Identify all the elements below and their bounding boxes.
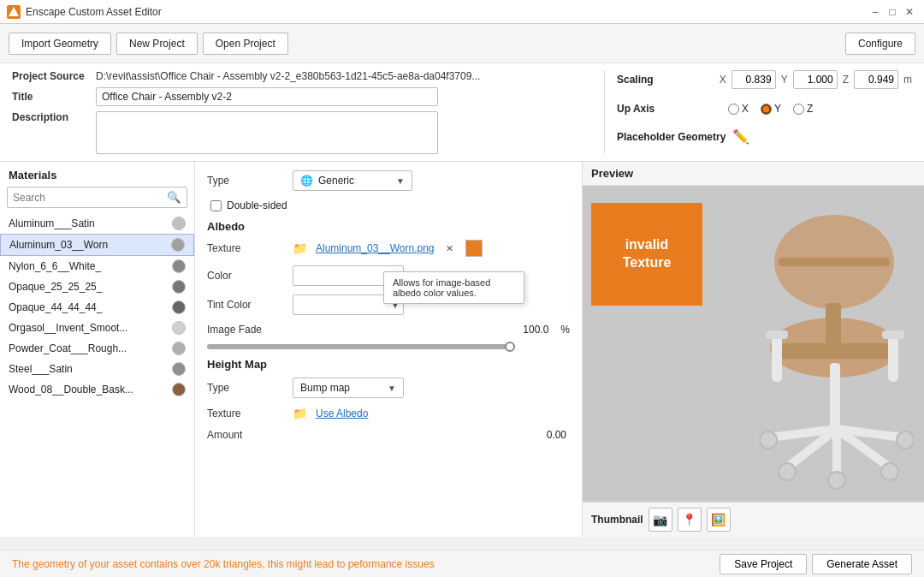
color-label: Color <box>207 270 284 282</box>
configure-button[interactable]: Configure <box>845 33 915 55</box>
scaling-label: Scaling <box>617 74 714 86</box>
up-axis-z[interactable]: Z <box>793 103 813 115</box>
bump-chevron-icon: ▼ <box>388 384 396 393</box>
app-icon <box>7 5 21 19</box>
minimize-button[interactable]: – <box>868 4 883 20</box>
up-axis-y[interactable]: Y <box>761 103 781 115</box>
material-item[interactable]: Opaque_44_44_44_ <box>0 297 194 318</box>
import-geometry-button[interactable]: Import Geometry <box>9 33 111 55</box>
up-axis-label: Up Axis <box>617 103 720 115</box>
up-axis-x[interactable]: X <box>728 103 749 115</box>
title-bar: Enscape Custom Asset Editor – □ ✕ <box>0 0 924 24</box>
material-swatch <box>172 259 186 273</box>
bump-type-select[interactable]: Bump map ▼ <box>293 378 404 398</box>
open-project-button[interactable]: Open Project <box>203 33 288 55</box>
materials-title: Materials <box>0 169 194 187</box>
title-row: Title <box>12 87 595 106</box>
material-item[interactable]: Wood_08__Double_Bask... <box>0 379 194 400</box>
window-controls: – □ ✕ <box>868 4 917 20</box>
tooltip-box: Allows for image-based albedo color valu… <box>383 271 524 304</box>
placeholder-edit-icon[interactable]: ✏️ <box>732 128 749 145</box>
scaling-z-label: Z <box>843 74 849 86</box>
material-swatch <box>172 342 186 355</box>
material-item[interactable]: Powder_Coat___Rough... <box>0 338 194 359</box>
title-field-label: Title <box>12 91 89 103</box>
search-input[interactable] <box>8 188 162 207</box>
bump-texture-link[interactable]: Use Albedo <box>316 407 368 419</box>
camera-thumbnail-button[interactable]: 📷 <box>649 508 672 532</box>
image-fade-slider-track <box>207 344 515 349</box>
image-fade-slider-fill <box>207 344 515 349</box>
title-input[interactable] <box>96 87 438 106</box>
material-swatch <box>172 300 186 314</box>
texture-link[interactable]: Aluminum_03__Worn.png <box>316 242 435 254</box>
image-fade-label: Image Fade <box>207 324 284 336</box>
invalid-texture-text: invalidTexture <box>623 236 672 272</box>
close-button[interactable]: ✕ <box>902 4 917 20</box>
close-texture-button[interactable]: ✕ <box>443 241 457 255</box>
image-fade-value: 100.0 <box>523 324 552 336</box>
svg-rect-2 <box>779 258 890 266</box>
material-item[interactable]: Opaque_25_25_25_ <box>0 277 194 297</box>
albedo-section-title: Albedo <box>207 220 570 233</box>
image-thumbnail-button[interactable]: 🖼️ <box>707 508 731 532</box>
generate-asset-button[interactable]: Generate Asset <box>812 554 912 574</box>
search-box: 🔍 <box>7 187 187 208</box>
svg-rect-18 <box>766 330 788 339</box>
project-source-row: Project Source D:\revit\assist\Office Ch… <box>12 70 595 82</box>
location-thumbnail-button[interactable]: 📍 <box>678 508 702 532</box>
save-project-button[interactable]: Save Project <box>720 554 807 574</box>
bump-type-row: Type Bump map ▼ <box>207 378 570 398</box>
type-row: Type 🌐 Generic ▼ <box>207 170 570 191</box>
thumbnail-bar: Thumbnail 📷 📍 🖼️ <box>583 502 924 537</box>
material-item[interactable]: Steel___Satin <box>0 359 194 379</box>
material-swatch <box>171 238 185 252</box>
double-sided-checkbox[interactable] <box>210 200 222 211</box>
texture-thumbnail <box>465 240 483 257</box>
scaling-y-label: Y <box>781 74 788 86</box>
material-swatch <box>172 383 186 396</box>
scaling-z-input[interactable] <box>854 70 898 89</box>
thumbnail-label: Thumbnail <box>591 514 643 526</box>
preview-title: Preview <box>583 162 924 186</box>
svg-point-15 <box>760 431 777 449</box>
search-button[interactable]: 🔍 <box>162 187 187 207</box>
toolbar: Import Geometry New Project Open Project… <box>0 24 924 63</box>
double-sided-row: Double-sided <box>207 199 570 211</box>
type-value: Generic <box>318 175 354 187</box>
tint-color-label: Tint Color <box>207 299 284 311</box>
scaling-row: Scaling X Y Z m <box>617 70 912 89</box>
material-list: Aluminum___Satin Aluminum_03__Worn Nylon… <box>0 213 194 530</box>
svg-point-16 <box>897 431 914 449</box>
new-project-button[interactable]: New Project <box>116 33 198 55</box>
maximize-button[interactable]: □ <box>885 4 900 20</box>
svg-rect-5 <box>826 303 841 350</box>
svg-rect-19 <box>888 335 898 382</box>
placeholder-row: Placeholder Geometry ✏️ <box>617 128 912 145</box>
image-fade-slider-thumb[interactable] <box>505 342 515 352</box>
height-map-title: Height Map <box>207 358 570 371</box>
scaling-y-input[interactable] <box>793 70 838 89</box>
material-item[interactable]: Nylon_6_6__White_ <box>0 256 194 277</box>
material-swatch <box>172 217 186 230</box>
image-fade-section: Image Fade 100.0 % <box>207 324 570 349</box>
up-axis-group: X Y Z <box>728 103 813 115</box>
amount-row: Amount 0.00 <box>207 429 570 441</box>
material-item[interactable]: Aluminum___Satin <box>0 213 194 234</box>
scaling-x-input[interactable] <box>732 70 776 89</box>
editor-panel: Type 🌐 Generic ▼ Double-sided Albedo Tex… <box>195 162 582 537</box>
material-swatch <box>172 362 186 376</box>
project-source-value: D:\revit\assist\Office Chair - Assembly … <box>96 70 480 82</box>
svg-rect-20 <box>882 330 904 339</box>
type-select[interactable]: 🌐 Generic ▼ <box>293 170 412 191</box>
bump-texture-row: Texture 📁 Use Albedo <box>207 407 570 420</box>
amount-label: Amount <box>207 429 284 441</box>
material-swatch <box>172 321 186 335</box>
material-item[interactable]: Orgasol__Invent_Smoot... <box>0 318 194 338</box>
material-item[interactable]: Aluminum_03__Worn <box>0 234 194 256</box>
up-axis-row: Up Axis X Y Z <box>617 103 912 115</box>
description-row: Description <box>12 111 595 154</box>
type-label: Type <box>207 175 284 187</box>
description-input[interactable] <box>96 111 438 154</box>
description-label: Description <box>12 111 89 123</box>
